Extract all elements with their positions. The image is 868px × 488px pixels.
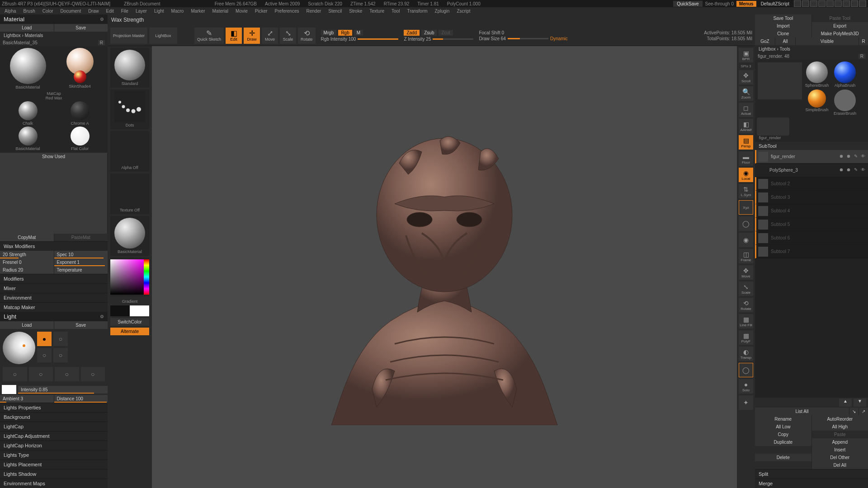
xyz-button[interactable]: Xyz bbox=[739, 200, 753, 215]
solo-button[interactable]: ●Solo bbox=[739, 379, 753, 394]
floor-button[interactable]: ▬Floor bbox=[739, 151, 753, 166]
spec-slider[interactable]: Spec 10 bbox=[54, 251, 108, 258]
tool-thumb[interactable] bbox=[757, 61, 802, 116]
goz-visible-button[interactable]: Visible bbox=[796, 38, 859, 45]
tool-thumb[interactable]: SimpleBrush bbox=[804, 89, 830, 116]
menu-document[interactable]: Document bbox=[58, 9, 84, 14]
move-button[interactable]: ✥Move bbox=[739, 265, 753, 280]
merge-section[interactable]: Merge bbox=[755, 479, 868, 488]
env-maps-section[interactable]: Environment Maps bbox=[0, 479, 108, 488]
brush-icon[interactable]: ✎ bbox=[853, 154, 859, 160]
light-direction-sphere[interactable] bbox=[3, 332, 35, 364]
environment-section[interactable]: Environment bbox=[0, 293, 108, 302]
color-swatches[interactable] bbox=[110, 305, 149, 316]
scale-button[interactable]: ⤡Scale bbox=[739, 282, 753, 296]
light-color-swatch[interactable] bbox=[2, 385, 16, 394]
lsym-button[interactable]: ⇅L.Sym bbox=[739, 184, 753, 198]
light-3-toggle[interactable]: ○ bbox=[37, 348, 52, 362]
material-swatch[interactable]: BasicMaterial bbox=[4, 48, 52, 89]
bpr-button[interactable]: ▣BPR bbox=[739, 48, 753, 62]
split-section[interactable]: Split bbox=[755, 469, 868, 479]
alpha-picker[interactable]: Alpha Off bbox=[110, 131, 149, 172]
nav-button[interactable]: ◉ bbox=[739, 233, 753, 247]
material-swatch[interactable]: Chalk bbox=[4, 101, 52, 126]
make-polymesh-button[interactable]: Make PolyMesh3D bbox=[812, 30, 868, 38]
wax-modifiers-header[interactable]: Wax Modifiers bbox=[0, 241, 108, 251]
rotate-button[interactable]: ⟲Rotate bbox=[739, 298, 753, 312]
mrgb-button[interactable]: Mrgb bbox=[321, 30, 337, 36]
lightcap-section[interactable]: LightCap bbox=[0, 422, 108, 431]
tool-thumb[interactable]: figur_render bbox=[757, 117, 783, 140]
subtool-item[interactable]: figur_render ⏺⏺✎👁 bbox=[755, 150, 868, 164]
zsub-button[interactable]: Zsub bbox=[421, 30, 437, 36]
menu-picker[interactable]: Picker bbox=[252, 9, 270, 14]
menu-edit[interactable]: Edit bbox=[104, 9, 117, 14]
light-panel-header[interactable]: Light ⚙ bbox=[0, 312, 108, 321]
r-button[interactable]: R bbox=[98, 40, 105, 45]
visibility-icon[interactable]: ⏺ bbox=[838, 167, 844, 174]
eye-icon[interactable]: 👁 bbox=[860, 167, 866, 174]
menu-macro[interactable]: Macro bbox=[169, 9, 187, 14]
paste-tool-button[interactable]: Paste Tool bbox=[812, 14, 868, 22]
scroll-button[interactable]: ✥Scroll bbox=[739, 70, 753, 84]
exponent-slider[interactable]: Exponent 1 bbox=[54, 258, 108, 266]
copy-button[interactable]: Copy bbox=[755, 431, 812, 438]
pastemat-button[interactable]: PasteMat bbox=[54, 234, 108, 241]
tool-thumb[interactable]: SphereBrush bbox=[804, 61, 830, 88]
dynamic-label[interactable]: Dynamic bbox=[550, 36, 568, 41]
subtool-item[interactable]: PolySphere_3 ⏺⏺✎👁 bbox=[755, 164, 868, 177]
menu-stencil[interactable]: Stencil bbox=[326, 9, 344, 14]
maximize-icon[interactable] bbox=[843, 0, 850, 7]
lights-type-section[interactable]: Lights Type bbox=[0, 450, 108, 460]
del-other-button[interactable]: Del Other bbox=[812, 454, 868, 461]
brush-picker[interactable]: Standard bbox=[110, 48, 149, 88]
wax-strength-slider[interactable]: 20 Strength bbox=[0, 251, 54, 258]
menu-movie[interactable]: Movie bbox=[233, 9, 250, 14]
light-1-toggle[interactable]: ● bbox=[37, 332, 52, 346]
lightbox-materials[interactable]: Lightbox › Materials bbox=[0, 32, 108, 39]
lightbox-tools[interactable]: Lightbox › Tools bbox=[755, 45, 868, 53]
arrow-button[interactable]: ↘ bbox=[849, 408, 859, 415]
material-swatch[interactable]: BasicMaterial bbox=[4, 127, 52, 151]
ghost-button[interactable]: ◯ bbox=[739, 363, 753, 377]
move-button[interactable]: ⤢Move bbox=[262, 28, 278, 44]
menu-texture[interactable]: Texture bbox=[367, 9, 387, 14]
zoom-button[interactable]: 🔍Zoom bbox=[739, 86, 753, 101]
menu-color[interactable]: Color bbox=[40, 9, 56, 14]
rotate-button[interactable]: ⟲Rotate bbox=[298, 28, 316, 44]
lights-properties-section[interactable]: Lights Properties bbox=[0, 403, 108, 412]
menu-zscript[interactable]: Zscript bbox=[454, 9, 473, 14]
gear-icon[interactable]: ⚙ bbox=[100, 17, 104, 22]
duplicate-button[interactable]: Duplicate bbox=[755, 438, 812, 446]
list-all-button[interactable]: List All bbox=[755, 408, 849, 415]
viewport[interactable] bbox=[152, 46, 737, 488]
mixer-section[interactable]: Mixer bbox=[0, 283, 108, 293]
background-section[interactable]: Background bbox=[0, 412, 108, 422]
material-swatch[interactable]: SkinShade4 bbox=[56, 48, 104, 89]
ambient-slider[interactable]: Ambient 3 bbox=[0, 395, 54, 403]
material-swatch[interactable]: MatCap Red Wax bbox=[42, 90, 65, 100]
paste-button[interactable]: Paste bbox=[812, 431, 868, 438]
material-swatch[interactable]: Chrome A bbox=[56, 101, 104, 126]
material-panel-header[interactable]: Material ⚙ bbox=[0, 14, 108, 24]
visibility-icon[interactable]: ⏺ bbox=[838, 154, 844, 160]
rgb-intensity-slider[interactable]: Rgb Intensity 100 bbox=[321, 37, 356, 42]
frame-button[interactable]: ◫Frame bbox=[739, 249, 753, 263]
switchcolor-button[interactable]: SwitchColor bbox=[110, 318, 149, 326]
export-button[interactable]: Export bbox=[812, 22, 868, 30]
scale-button[interactable]: ⤡Scale bbox=[280, 28, 296, 44]
menu-alpha[interactable]: Alpha bbox=[2, 9, 19, 14]
quicksave-button[interactable]: QuickSave bbox=[673, 1, 702, 7]
lightcap-adjustment-section[interactable]: LightCap Adjustment bbox=[0, 431, 108, 441]
subtool-item[interactable]: Subtool 2 bbox=[755, 177, 868, 191]
append-button[interactable]: Append bbox=[812, 438, 868, 446]
material-picker[interactable]: BasicMaterial bbox=[110, 216, 149, 256]
persp-button[interactable]: ▤Persp bbox=[739, 135, 753, 150]
menu-file[interactable]: File bbox=[118, 9, 131, 14]
alternate-button[interactable]: Alternate bbox=[110, 328, 149, 335]
menu-preferences[interactable]: Preferences bbox=[272, 9, 302, 14]
stroke-picker[interactable]: Dots bbox=[110, 89, 149, 129]
m-button[interactable]: M bbox=[354, 30, 363, 36]
menu-zplugin[interactable]: Zplugin bbox=[432, 9, 453, 14]
color-picker[interactable] bbox=[110, 258, 149, 296]
